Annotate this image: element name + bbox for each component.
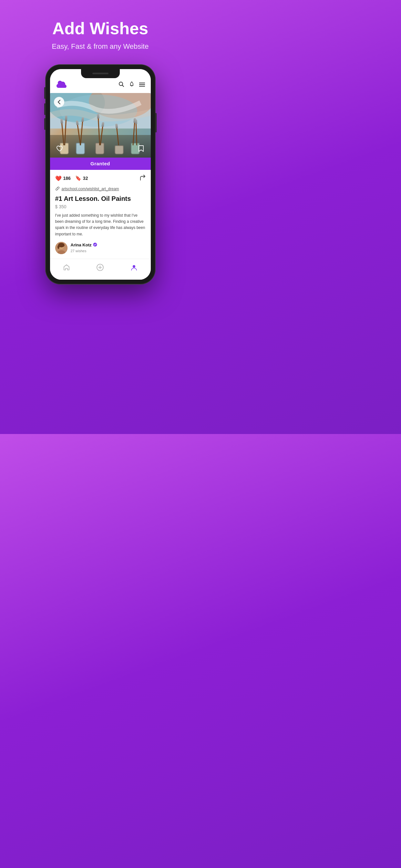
stats-row: ❤️ 186 🔖 32 [55, 175, 146, 182]
user-wishes-count: 27 wishes [71, 249, 87, 253]
bookmarks-stat: 🔖 32 [75, 175, 88, 181]
menu-icon[interactable] [139, 82, 145, 89]
nav-profile[interactable] [124, 262, 144, 274]
user-name-row: Arina Kotz [71, 243, 97, 248]
granted-text: Granted [90, 161, 110, 166]
phone-notch [81, 69, 120, 78]
product-title: #1 Art Lesson. Oil Paints [55, 194, 146, 203]
likes-count: 186 [63, 176, 71, 181]
phone-shell: Granted ❤️ 186 🔖 32 [45, 65, 155, 284]
verified-icon [93, 243, 97, 248]
share-icon[interactable] [139, 175, 146, 182]
page-header: Add Wishes Easy, Fast & from any Website [0, 0, 201, 61]
save-overlay-icon[interactable] [136, 144, 146, 154]
phone-mockup: Granted ❤️ 186 🔖 32 [45, 65, 155, 284]
page-title: Add Wishes [13, 20, 188, 38]
add-icon [96, 264, 104, 273]
notch-speaker [92, 73, 109, 74]
like-overlay-icon[interactable] [55, 144, 65, 154]
user-name: Arina Kotz [71, 243, 92, 247]
nav-home[interactable] [57, 262, 76, 274]
avatar [55, 242, 67, 254]
user-info: Arina Kotz 27 wishes [71, 243, 97, 253]
likes-stat: ❤️ 186 [55, 175, 71, 182]
app-logo-icon [56, 81, 67, 90]
phone-screen: Granted ❤️ 186 🔖 32 [50, 69, 151, 280]
svg-point-14 [58, 245, 59, 249]
bell-icon[interactable] [129, 82, 135, 89]
page-subtitle: Easy, Fast & from any Website [13, 42, 188, 52]
granted-banner: Granted [50, 158, 151, 170]
svg-point-19 [133, 265, 135, 268]
product-image [50, 93, 151, 158]
profile-icon [130, 264, 137, 273]
image-action-icons [50, 144, 151, 154]
back-button[interactable] [54, 97, 64, 107]
user-row: Arina Kotz 27 wishes [55, 242, 146, 254]
search-icon[interactable] [119, 82, 124, 89]
svg-line-1 [122, 85, 124, 87]
stats-left: ❤️ 186 🔖 32 [55, 175, 88, 182]
heart-icon: ❤️ [55, 175, 62, 182]
bottom-nav [50, 259, 151, 280]
link-icon [55, 186, 60, 192]
link-row: artschool.com/wishlist_art_dream [55, 186, 146, 192]
product-link[interactable]: artschool.com/wishlist_art_dream [62, 187, 119, 191]
nav-add[interactable] [90, 262, 111, 275]
bookmark-icon: 🔖 [75, 175, 81, 181]
bookmarks-count: 32 [83, 176, 88, 181]
product-description: I've just added something to my wishlist… [55, 213, 146, 237]
product-price: $ 350 [55, 204, 146, 209]
home-icon [63, 264, 70, 273]
svg-point-15 [93, 243, 97, 246]
header-icons [119, 82, 145, 89]
content-area: ❤️ 186 🔖 32 [50, 170, 151, 259]
